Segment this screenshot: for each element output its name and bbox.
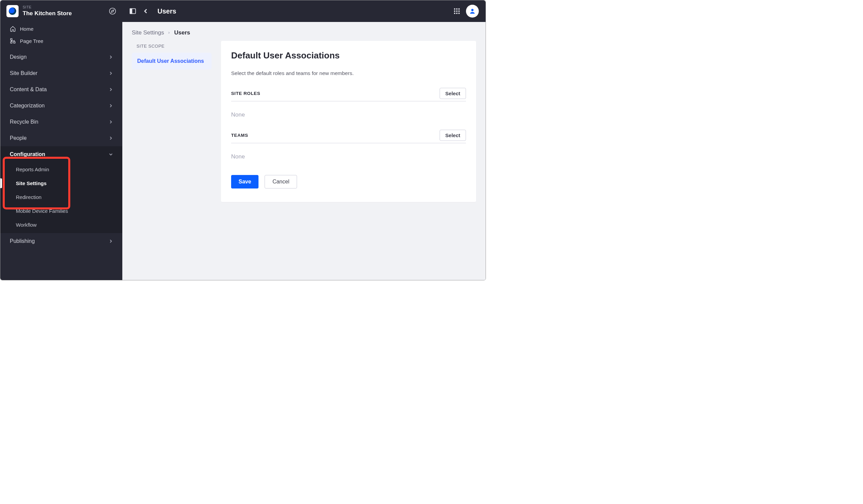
svg-rect-11 — [454, 11, 455, 12]
sidebar-section-design[interactable]: Design — [0, 49, 122, 65]
svg-rect-4 — [11, 41, 12, 43]
left-subnav-heading: SITE SCOPE — [132, 41, 212, 53]
sidebar-section-label: Publishing — [10, 238, 35, 244]
group-heading: TEAMS — [231, 133, 248, 138]
svg-rect-9 — [456, 9, 458, 10]
chevron-right-icon — [108, 119, 114, 125]
sidebar-section-label: Site Builder — [10, 70, 38, 76]
svg-rect-16 — [459, 13, 460, 14]
chevron-right-icon — [108, 54, 114, 60]
group-heading: SITE ROLES — [231, 91, 260, 96]
topbar: Users — [122, 0, 486, 22]
svg-rect-8 — [454, 9, 455, 10]
group-teams: TEAMS Select None — [231, 130, 466, 160]
panel-actions: Save Cancel — [231, 175, 466, 189]
user-avatar[interactable] — [466, 5, 479, 17]
select-site-roles-button[interactable]: Select — [440, 88, 466, 99]
cancel-button[interactable]: Cancel — [265, 175, 297, 189]
sidebar-item-site-settings[interactable]: Site Settings — [0, 176, 122, 190]
group-header: TEAMS Select — [231, 130, 466, 143]
pagetree-icon — [10, 38, 16, 44]
sidebar-header: SITE The Kitchen Store — [0, 0, 122, 21]
sidebar-item-workflow[interactable]: Workflow — [0, 218, 122, 232]
sidebar-section-publishing[interactable]: Publishing — [0, 233, 122, 249]
save-button[interactable]: Save — [231, 175, 259, 189]
breadcrumb: Site Settings Users — [127, 28, 481, 41]
sidebar-home-label: Home — [20, 26, 34, 32]
sidebar-page-tree-label: Page Tree — [20, 38, 43, 44]
svg-rect-15 — [456, 13, 458, 14]
svg-rect-14 — [454, 13, 455, 14]
sidebar-section-categorization[interactable]: Categorization — [0, 98, 122, 114]
select-teams-button[interactable]: Select — [440, 130, 466, 141]
chevron-right-icon — [108, 87, 114, 92]
sidebar-section-content-data[interactable]: Content & Data — [0, 81, 122, 98]
sidebar-item-redirection[interactable]: Redirection — [0, 190, 122, 204]
sidebar-sections: Design Site Builder Content & Data Categ… — [0, 49, 122, 280]
sidebar-section-label: Content & Data — [10, 87, 47, 92]
left-subnav: SITE SCOPE Default User Associations — [132, 41, 212, 70]
svg-point-17 — [471, 9, 474, 11]
sidebar-top-nav: Home Page Tree — [0, 21, 122, 49]
sidebar-section-label: Categorization — [10, 103, 45, 109]
svg-rect-3 — [13, 41, 15, 43]
sidebar-section-label: Configuration — [10, 151, 45, 158]
chevron-right-icon — [108, 103, 114, 109]
svg-rect-7 — [130, 9, 132, 14]
site-logo-icon — [9, 8, 16, 15]
sidebar-section-label: Design — [10, 54, 27, 60]
sidebar: SITE The Kitchen Store Home Page Tree De… — [0, 0, 122, 280]
page-title: Default User Associations — [231, 50, 466, 61]
back-icon[interactable] — [142, 8, 149, 15]
sidebar-section-label: Recycle Bin — [10, 119, 38, 125]
sidebar-page-tree[interactable]: Page Tree — [0, 35, 122, 47]
sidebar-section-configuration-container: Configuration Reports Admin Site Setting… — [0, 146, 122, 233]
topbar-title: Users — [158, 8, 176, 15]
breadcrumb-current: Users — [174, 29, 190, 36]
compass-icon[interactable] — [109, 8, 116, 15]
sidebar-home[interactable]: Home — [0, 23, 122, 35]
chevron-right-icon — [108, 136, 114, 141]
sidebar-section-site-builder[interactable]: Site Builder — [0, 65, 122, 81]
svg-point-0 — [110, 8, 115, 14]
chevron-right-icon — [108, 71, 114, 76]
sidebar-sublist-configuration: Reports Admin Site Settings Redirection … — [0, 163, 122, 233]
svg-marker-1 — [111, 10, 114, 12]
panel-toggle-icon[interactable] — [129, 8, 137, 15]
chevron-right-icon — [108, 239, 114, 244]
chevron-right-icon — [167, 31, 171, 35]
svg-rect-2 — [11, 38, 12, 40]
sidebar-section-label: People — [10, 135, 27, 141]
site-roles-value: None — [231, 112, 466, 118]
sidebar-section-people[interactable]: People — [0, 130, 122, 146]
site-title: The Kitchen Store — [23, 10, 105, 17]
group-header: SITE ROLES Select — [231, 88, 466, 101]
left-subnav-item-default-user-associations[interactable]: Default User Associations — [132, 53, 212, 70]
home-icon — [10, 26, 16, 32]
site-eyebrow: SITE — [23, 5, 105, 10]
sidebar-item-reports-admin[interactable]: Reports Admin — [0, 163, 122, 176]
svg-rect-12 — [456, 11, 458, 12]
site-logo[interactable] — [7, 5, 18, 17]
sidebar-item-mobile-device-families[interactable]: Mobile Device Families — [0, 204, 122, 218]
breadcrumb-parent[interactable]: Site Settings — [132, 29, 164, 36]
sidebar-section-configuration[interactable]: Configuration — [0, 146, 122, 163]
teams-value: None — [231, 153, 466, 160]
content-area: Site Settings Users SITE SCOPE Default U… — [122, 22, 486, 280]
site-title-wrap: SITE The Kitchen Store — [23, 5, 105, 17]
main-panel: Default User Associations Select the def… — [221, 41, 476, 202]
page-description: Select the default roles and teams for n… — [231, 70, 466, 76]
apps-grid-icon[interactable] — [453, 8, 461, 15]
svg-rect-13 — [459, 11, 460, 12]
svg-rect-10 — [459, 9, 460, 10]
group-site-roles: SITE ROLES Select None — [231, 88, 466, 118]
sidebar-section-recycle-bin[interactable]: Recycle Bin — [0, 114, 122, 130]
user-icon — [469, 8, 476, 14]
chevron-down-icon — [108, 152, 114, 157]
